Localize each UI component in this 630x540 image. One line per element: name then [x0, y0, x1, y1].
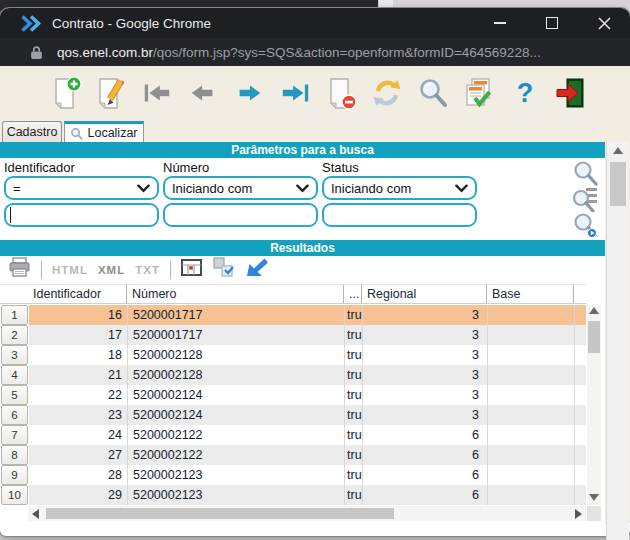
cell-numero: 5200002128: [128, 345, 345, 365]
search-list-button[interactable]: [568, 186, 602, 211]
row-number-button[interactable]: 2: [1, 325, 28, 345]
row-number-button[interactable]: 3: [1, 345, 28, 365]
row-cells[interactable]: 22 5200002124 tru 3: [29, 385, 586, 405]
table-row[interactable]: 1 16 5200001717 tru 3: [0, 305, 586, 325]
table-row[interactable]: 3 18 5200002128 tru 3: [0, 345, 586, 365]
search-button[interactable]: [414, 71, 452, 115]
column-header-identificador[interactable]: Identificador: [28, 285, 127, 303]
scroll-left-arrow-icon[interactable]: [28, 509, 43, 519]
cell-filler: [575, 405, 586, 425]
row-cells[interactable]: 23 5200002124 tru 3: [29, 405, 586, 425]
table-row[interactable]: 9 28 5200002123 tru 6: [0, 465, 586, 485]
row-cells[interactable]: 27 5200002122 tru 6: [29, 445, 586, 465]
identificador-operator-select[interactable]: =: [4, 176, 159, 200]
scroll-down-arrow-icon[interactable]: [589, 494, 599, 501]
transfer-button[interactable]: [212, 257, 235, 282]
cell-status: tru: [345, 385, 363, 405]
row-number-button[interactable]: 1: [1, 305, 28, 325]
chrome-popup-window: Contrato - Google Chrome qos.e: [0, 8, 630, 536]
table-horizontal-scrollbar[interactable]: [28, 506, 586, 521]
close-icon: [598, 17, 611, 30]
scroll-track[interactable]: [43, 507, 571, 520]
row-number-button[interactable]: 5: [1, 385, 28, 405]
column-header-regional[interactable]: Regional: [362, 285, 487, 303]
validate-report-button[interactable]: [460, 71, 498, 115]
column-header-base[interactable]: Base: [487, 285, 574, 303]
exit-button[interactable]: [552, 71, 590, 115]
scroll-right-arrow-icon[interactable]: [571, 509, 586, 519]
help-button[interactable]: ?: [506, 71, 544, 115]
execute-search-button[interactable]: [568, 160, 602, 185]
row-cells[interactable]: 28 5200002123 tru 6: [29, 465, 586, 485]
column-header-status[interactable]: ...: [344, 285, 362, 303]
search-go-button[interactable]: [568, 212, 602, 237]
print-button[interactable]: [8, 257, 31, 282]
row-cells[interactable]: 29 5200002123 tru 6: [29, 485, 586, 505]
scroll-up-arrow-icon[interactable]: [613, 147, 623, 154]
grid-view-button[interactable]: [181, 259, 202, 280]
cell-identificador: 17: [29, 325, 128, 345]
numero-operator-value: Iniciando com: [172, 181, 252, 196]
table-row[interactable]: 10 29 5200002123 tru 6: [0, 485, 586, 505]
refresh-button[interactable]: [368, 71, 406, 115]
first-record-button[interactable]: [138, 71, 176, 115]
row-cells[interactable]: 18 5200002128 tru 3: [29, 345, 586, 365]
chevron-down-icon: [296, 184, 309, 193]
table-row[interactable]: 2 17 5200001717 tru 3: [0, 325, 586, 345]
column-header-numero[interactable]: Número: [127, 285, 344, 303]
row-cells[interactable]: 21 5200002128 tru 3: [29, 365, 586, 385]
status-input[interactable]: [322, 203, 477, 227]
cell-status: tru: [345, 345, 363, 365]
cell-filler: [575, 425, 586, 445]
row-number-button[interactable]: 7: [1, 425, 28, 445]
previous-record-button[interactable]: [184, 71, 222, 115]
field-status-label: Status: [322, 159, 477, 176]
export-txt-button[interactable]: TXT: [135, 264, 160, 276]
last-record-button[interactable]: [276, 71, 314, 115]
status-operator-select[interactable]: Iniciando com: [322, 176, 477, 200]
numero-input[interactable]: [163, 203, 318, 227]
export-html-button[interactable]: HTML: [52, 264, 88, 276]
row-number-button[interactable]: 8: [1, 445, 28, 465]
scroll-up-arrow-icon[interactable]: [589, 307, 599, 314]
next-record-button[interactable]: [230, 71, 268, 115]
row-number-button[interactable]: 10: [1, 485, 28, 505]
row-cells[interactable]: 16 5200001717 tru 3: [29, 305, 586, 325]
row-cells[interactable]: 17 5200001717 tru 3: [29, 325, 586, 345]
transfer-icon: [212, 257, 235, 278]
status-operator-value: Iniciando com: [331, 181, 411, 196]
scroll-thumb[interactable]: [588, 321, 600, 353]
row-cells[interactable]: 24 5200002122 tru 6: [29, 425, 586, 445]
row-number-button[interactable]: 4: [1, 365, 28, 385]
table-row[interactable]: 5 22 5200002124 tru 3: [0, 385, 586, 405]
cell-status: tru: [345, 445, 363, 465]
table-row[interactable]: 6 23 5200002124 tru 3: [0, 405, 586, 425]
row-number-button[interactable]: 6: [1, 405, 28, 425]
scroll-thumb[interactable]: [46, 508, 394, 519]
app-favicon-double-chevron-icon: [20, 15, 42, 32]
table-row[interactable]: 4 21 5200002128 tru 3: [0, 365, 586, 385]
select-arrow-button[interactable]: [245, 257, 269, 282]
new-record-button[interactable]: [46, 71, 84, 115]
table-row[interactable]: 8 27 5200002122 tru 6: [0, 445, 586, 465]
cell-identificador: 16: [29, 305, 128, 325]
delete-record-button[interactable]: [322, 71, 360, 115]
cell-filler: [575, 345, 586, 365]
page-vertical-scrollbar[interactable]: [606, 142, 629, 540]
maximize-button[interactable]: [526, 8, 578, 38]
numero-operator-select[interactable]: Iniciando com: [163, 176, 318, 200]
tab-localizar[interactable]: Localizar: [64, 121, 144, 142]
identificador-input[interactable]: [4, 203, 159, 227]
edit-record-button[interactable]: [92, 71, 130, 115]
tab-cadastro[interactable]: Cadastro: [2, 121, 62, 142]
export-xml-button[interactable]: XML: [98, 264, 125, 276]
table-row[interactable]: 7 24 5200002122 tru 6: [0, 425, 586, 445]
close-button[interactable]: [578, 8, 630, 38]
table-vertical-scrollbar[interactable]: [587, 305, 601, 505]
row-number-button[interactable]: 9: [1, 465, 28, 485]
cell-regional: 6: [363, 465, 488, 485]
scroll-thumb[interactable]: [610, 162, 626, 206]
address-bar[interactable]: qos.enel.com.br/qos/form.jsp?sys=SQS&act…: [0, 38, 630, 66]
minimize-button[interactable]: [474, 8, 526, 38]
minimize-icon: [494, 22, 506, 24]
